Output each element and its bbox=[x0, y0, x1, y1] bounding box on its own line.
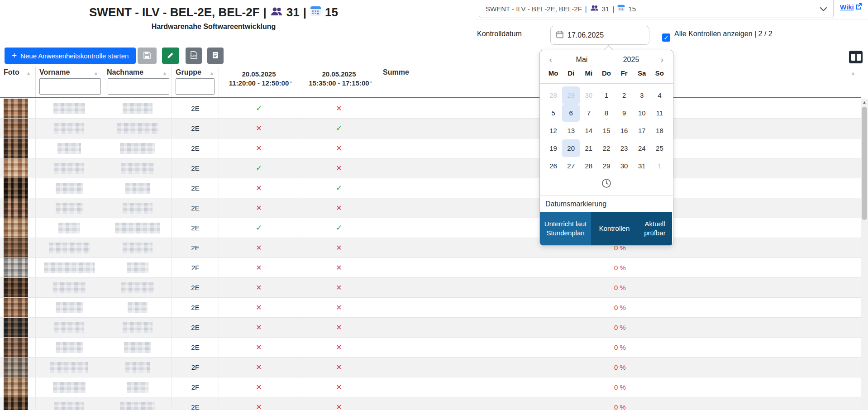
scrollbar-thumb[interactable] bbox=[862, 107, 867, 220]
calendar-day[interactable]: 1 bbox=[651, 157, 668, 175]
csv-export-button[interactable]: CSV bbox=[186, 48, 202, 64]
column-header-20-05-2025[interactable]: 20.05.202515:35:00 - 17:15:00▲ bbox=[299, 67, 379, 97]
new-attendance-control-button[interactable]: + Neue Anwesenheitskontrolle starten bbox=[5, 48, 136, 64]
column-filter-input[interactable] bbox=[108, 78, 169, 95]
sort-caret-icon[interactable]: ▲ bbox=[210, 71, 214, 76]
calendar-month-label[interactable]: Mai bbox=[557, 56, 606, 64]
column-header-foto[interactable]: Foto▲ bbox=[0, 67, 36, 97]
cell-attendance-2[interactable]: ✕ bbox=[299, 278, 379, 297]
column-header-gruppe[interactable]: Gruppe▲ bbox=[172, 67, 219, 97]
cell-attendance-2[interactable]: ✓ bbox=[299, 119, 379, 138]
calendar-prev-button[interactable]: ‹ bbox=[544, 53, 557, 66]
calendar-day[interactable]: 8 bbox=[597, 104, 615, 122]
calendar-day[interactable]: 31 bbox=[633, 157, 651, 175]
cell-attendance-1[interactable]: ✕ bbox=[219, 397, 299, 410]
calendar-day[interactable]: 3 bbox=[633, 86, 651, 104]
table-row[interactable]: 2E✓✓ bbox=[0, 218, 861, 238]
cell-attendance-1[interactable]: ✕ bbox=[219, 318, 299, 337]
table-row[interactable]: 2E✓✕ bbox=[0, 158, 861, 178]
sort-caret-icon[interactable]: ▲ bbox=[94, 71, 98, 76]
cell-attendance-1[interactable]: ✕ bbox=[219, 198, 299, 218]
column-header-20-05-2025[interactable]: 20.05.202511:20:00 - 12:50:00▲ bbox=[219, 67, 299, 97]
table-row[interactable]: 2E✕✕0 % bbox=[0, 338, 861, 358]
calendar-day[interactable]: 19 bbox=[544, 139, 562, 157]
alle-kontrollen-checkbox[interactable]: ✓ bbox=[662, 33, 670, 42]
calendar-day[interactable]: 12 bbox=[544, 122, 562, 139]
course-select[interactable]: SWENT - ILV - BEL-2E, BEL-2F | 31 | 15 bbox=[479, 0, 834, 18]
calendar-day[interactable]: 4 bbox=[651, 86, 668, 104]
calendar-day[interactable]: 30 bbox=[615, 157, 633, 175]
cell-attendance-1[interactable]: ✕ bbox=[219, 258, 299, 277]
calendar-day[interactable]: 17 bbox=[633, 122, 651, 139]
calendar-day[interactable]: 15 bbox=[597, 122, 615, 139]
calendar-day[interactable]: 24 bbox=[633, 139, 651, 157]
calendar-day[interactable]: 7 bbox=[580, 104, 597, 122]
sort-caret-icon[interactable]: ▲ bbox=[369, 79, 373, 84]
cell-attendance-1[interactable]: ✕ bbox=[219, 238, 299, 257]
table-row[interactable]: 2E✕✕ bbox=[0, 198, 861, 218]
cell-attendance-1[interactable]: ✕ bbox=[219, 358, 299, 377]
time-picker-toggle[interactable] bbox=[540, 175, 673, 193]
calendar-day[interactable]: 10 bbox=[633, 104, 651, 122]
table-row[interactable]: 2E✕✓ bbox=[0, 178, 861, 198]
cell-attendance-1[interactable]: ✕ bbox=[219, 278, 299, 297]
cell-attendance-2[interactable]: ✕ bbox=[299, 238, 379, 257]
cell-attendance-1[interactable]: ✕ bbox=[219, 377, 299, 397]
calendar-day[interactable]: 9 bbox=[615, 104, 633, 122]
calendar-day[interactable]: 16 bbox=[615, 122, 633, 139]
table-row[interactable]: 2F✕✕0 % bbox=[0, 358, 861, 377]
calendar-day[interactable]: 28 bbox=[544, 86, 562, 104]
table-row[interactable]: 2F✕✕0 % bbox=[0, 377, 861, 397]
vertical-scrollbar[interactable]: ▲ bbox=[861, 99, 868, 410]
calendar-day[interactable]: 23 bbox=[615, 139, 633, 157]
calendar-day[interactable]: 22 bbox=[597, 139, 615, 157]
table-row[interactable]: 2E✕✕0 % bbox=[0, 238, 861, 258]
table-row[interactable]: 2E✕✕0 % bbox=[0, 397, 861, 410]
column-filter-input[interactable] bbox=[176, 78, 215, 95]
column-header-vorname[interactable]: Vorname▲ bbox=[36, 67, 103, 97]
table-row[interactable]: 2E✕✕ bbox=[0, 138, 861, 158]
cell-attendance-2[interactable]: ✕ bbox=[299, 99, 379, 118]
calendar-next-button[interactable]: › bbox=[656, 53, 668, 66]
scrollbar-up-icon[interactable]: ▲ bbox=[861, 99, 868, 106]
table-row[interactable]: 2E✕✕0 % bbox=[0, 318, 861, 338]
cell-attendance-1[interactable]: ✕ bbox=[219, 338, 299, 357]
calendar-day[interactable]: 21 bbox=[580, 139, 597, 157]
cell-attendance-2[interactable]: ✕ bbox=[299, 298, 379, 317]
calendar-day[interactable]: 14 bbox=[580, 122, 597, 139]
cell-attendance-2[interactable]: ✕ bbox=[299, 377, 379, 397]
calendar-day[interactable]: 30 bbox=[580, 86, 597, 104]
kontrolldatum-input[interactable]: 17.06.2025 bbox=[550, 26, 649, 45]
cell-attendance-1[interactable]: ✕ bbox=[219, 138, 299, 158]
cell-attendance-1[interactable]: ✓ bbox=[219, 218, 299, 238]
table-row[interactable]: 2E✕✕0 % bbox=[0, 298, 861, 318]
cell-attendance-2[interactable]: ✕ bbox=[299, 338, 379, 357]
calendar-day[interactable]: 6 bbox=[562, 104, 580, 122]
cell-attendance-2[interactable]: ✕ bbox=[299, 158, 379, 178]
cell-attendance-2[interactable]: ✕ bbox=[299, 358, 379, 377]
calendar-day[interactable]: 5 bbox=[544, 104, 562, 122]
cell-attendance-2[interactable]: ✓ bbox=[299, 218, 379, 238]
report-button[interactable] bbox=[207, 48, 224, 64]
calendar-day[interactable]: 25 bbox=[651, 139, 668, 157]
table-row[interactable]: 2E✓✕ bbox=[0, 99, 861, 119]
sort-caret-icon[interactable]: ▲ bbox=[851, 71, 855, 76]
save-button[interactable] bbox=[138, 48, 157, 64]
calendar-day[interactable]: 29 bbox=[597, 157, 615, 175]
calendar-year-label[interactable]: 2025 bbox=[606, 56, 656, 64]
column-filter-input[interactable] bbox=[39, 78, 101, 95]
column-chooser-button[interactable] bbox=[849, 51, 863, 63]
calendar-day[interactable]: 29 bbox=[562, 86, 580, 104]
cell-attendance-1[interactable]: ✓ bbox=[219, 99, 299, 118]
calendar-day[interactable]: 28 bbox=[580, 157, 597, 175]
calendar-day[interactable]: 20 bbox=[562, 139, 580, 157]
cell-attendance-1[interactable]: ✓ bbox=[219, 158, 299, 178]
cell-attendance-2[interactable]: ✕ bbox=[299, 258, 379, 277]
cell-attendance-1[interactable]: ✕ bbox=[219, 178, 299, 198]
cell-attendance-2[interactable]: ✕ bbox=[299, 198, 379, 218]
table-row[interactable]: 2E✕✓ bbox=[0, 119, 861, 138]
cell-attendance-1[interactable]: ✕ bbox=[219, 298, 299, 317]
cell-attendance-1[interactable]: ✕ bbox=[219, 119, 299, 138]
sort-caret-icon[interactable]: ▲ bbox=[26, 71, 31, 76]
calendar-day[interactable]: 27 bbox=[562, 157, 580, 175]
